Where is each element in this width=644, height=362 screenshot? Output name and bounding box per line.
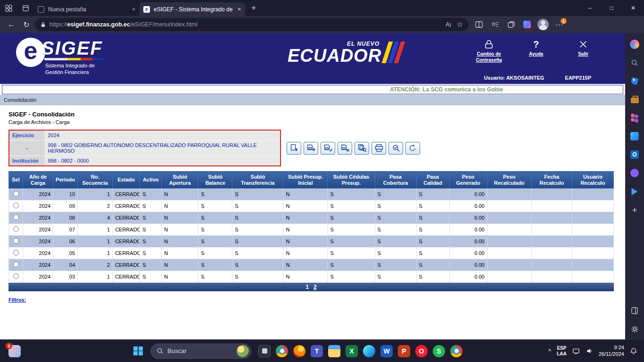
logout-link[interactable]: Salir [566, 39, 601, 63]
minimize-button[interactable]: – [579, 0, 601, 16]
hidden-icons-chevron[interactable]: ^ [548, 347, 551, 354]
refresh-icon[interactable]: ↻ [20, 18, 33, 31]
favorites-bar-icon[interactable] [488, 18, 502, 31]
designer-icon[interactable] [629, 131, 640, 142]
firefox-icon[interactable] [293, 345, 305, 357]
web-page: e SIGEF Sistema Integrado de Gestión Fin… [0, 33, 625, 339]
table-cell: 05 [53, 247, 78, 259]
help-link[interactable]: ? Ayuda [519, 39, 553, 63]
row-select-radio[interactable] [13, 250, 19, 255]
table-cell: 0.00 [449, 271, 487, 283]
brand-line2: ECUADOR [288, 47, 381, 64]
table-cell: S [416, 247, 449, 259]
people-icon[interactable] [629, 112, 640, 123]
table-row: 2024031CERRADOSNSSNSSS0.00 [9, 271, 614, 283]
settings-menu-icon[interactable]: ⋯1 [553, 18, 566, 31]
reload-button[interactable] [405, 142, 420, 155]
address-bar[interactable]: https://esigef.finanzas.gob.ec/eSIGEF/me… [35, 18, 469, 31]
table-cell: S [375, 259, 416, 271]
filters-link[interactable]: Filtros: [8, 297, 26, 303]
column-header: Fecha Recalculo [531, 172, 572, 189]
teams-icon[interactable]: T [311, 345, 323, 357]
new-record-button[interactable] [287, 142, 301, 155]
notifications-bell-icon[interactable] [630, 347, 637, 355]
workspaces-icon[interactable] [0, 0, 17, 16]
search-icon[interactable] [629, 57, 640, 68]
profile-avatar[interactable] [537, 18, 550, 31]
cast-icon[interactable] [572, 347, 580, 354]
table-cell: N [283, 212, 328, 224]
page-link-1[interactable]: 1 [305, 284, 309, 290]
row-select-radio[interactable] [13, 226, 19, 232]
file-explorer-icon[interactable] [328, 345, 340, 357]
tab-close-icon[interactable]: ✕ [132, 7, 136, 12]
taskbar-search-input[interactable]: Buscar [150, 344, 251, 359]
outlook-icon[interactable]: O [629, 149, 640, 160]
opera-icon[interactable]: O [415, 345, 428, 357]
spotify-icon[interactable]: S [433, 345, 445, 357]
row-select-radio[interactable] [13, 191, 19, 197]
table-cell: S [375, 200, 416, 212]
widgets-icon[interactable]: 1 [8, 345, 21, 357]
validate-button[interactable] [388, 142, 403, 155]
table-cell: N [283, 247, 328, 259]
volume-icon[interactable] [586, 347, 593, 354]
maximize-button[interactable]: □ [601, 0, 622, 16]
row-select-radio[interactable] [13, 214, 19, 220]
print-button[interactable] [372, 142, 386, 155]
tab-esigef[interactable]: e eSIGEF - Sistema Integrado de G ✕ [140, 2, 245, 16]
change-password-link[interactable]: Cambio de Contraseña [471, 39, 506, 63]
table-cell [487, 247, 531, 259]
table-cell: CERRADO [113, 224, 140, 236]
table-cell: 1 [78, 224, 113, 236]
lock-icon [41, 22, 46, 28]
column-header: Periodo [53, 172, 78, 189]
read-aloud-icon[interactable]: A) [446, 21, 451, 28]
row-select-radio[interactable] [13, 203, 19, 208]
row-select-radio[interactable] [13, 273, 19, 279]
save-delete-button[interactable] [338, 142, 352, 155]
edge-icon[interactable] [363, 345, 375, 357]
form-value-entidad: 998 - 0802 GOBIERNO AUTONOMO DESCENTRALI… [45, 140, 281, 156]
m365-icon[interactable] [629, 167, 640, 179]
menu-bar: Consolidación [0, 95, 625, 105]
tab-actions-icon[interactable] [17, 0, 34, 16]
table-cell: N [162, 259, 198, 271]
taskbar-clock[interactable]: 9:24 26/11/2024 [599, 345, 624, 358]
close-window-button[interactable]: ✕ [622, 0, 644, 16]
start-button[interactable] [130, 343, 146, 359]
row-select-radio[interactable] [13, 238, 19, 244]
browser-essentials-icon[interactable] [520, 18, 534, 31]
word-icon[interactable]: W [380, 345, 393, 357]
add-sidebar-item-icon[interactable]: + [629, 204, 640, 215]
collections-icon[interactable] [504, 18, 518, 31]
back-icon[interactable]: ← [5, 18, 18, 31]
tab-nueva-pestana[interactable]: Nueva pestaña ✕ [34, 2, 140, 16]
tools-icon[interactable] [629, 94, 640, 105]
table-cell [531, 189, 572, 200]
settings-gear-icon[interactable] [629, 323, 640, 335]
favorite-star-icon[interactable]: ☆ [457, 20, 463, 29]
task-view-icon[interactable] [258, 345, 271, 357]
tab-close-icon[interactable]: ✕ [238, 7, 241, 12]
excel-icon[interactable]: X [346, 345, 358, 357]
language-indicator[interactable]: ESP LAA [557, 346, 567, 357]
page-link-2[interactable]: 2 [314, 284, 317, 290]
view-detail-button[interactable] [355, 142, 369, 155]
menu-item-consolidacion[interactable]: Consolidación [4, 97, 36, 103]
chrome-icon[interactable] [276, 345, 288, 357]
powerpoint-icon[interactable]: P [398, 345, 410, 357]
row-select-radio[interactable] [13, 262, 19, 267]
save-insert-button[interactable] [304, 142, 318, 155]
copilot-icon[interactable] [629, 39, 640, 50]
split-screen-icon[interactable] [472, 18, 486, 31]
browser-toolbar: ← ↻ https://esigef.finanzas.gob.ec/eSIGE… [0, 16, 644, 33]
table-cell: N [283, 259, 328, 271]
table-cell [572, 271, 613, 283]
chrome-profile-icon[interactable] [450, 345, 462, 357]
drop-icon[interactable] [629, 186, 640, 197]
sidebar-page-icon[interactable] [629, 305, 640, 316]
save-update-button[interactable] [321, 142, 335, 155]
shopping-icon[interactable] [629, 75, 640, 87]
new-tab-button[interactable]: + [245, 0, 262, 16]
